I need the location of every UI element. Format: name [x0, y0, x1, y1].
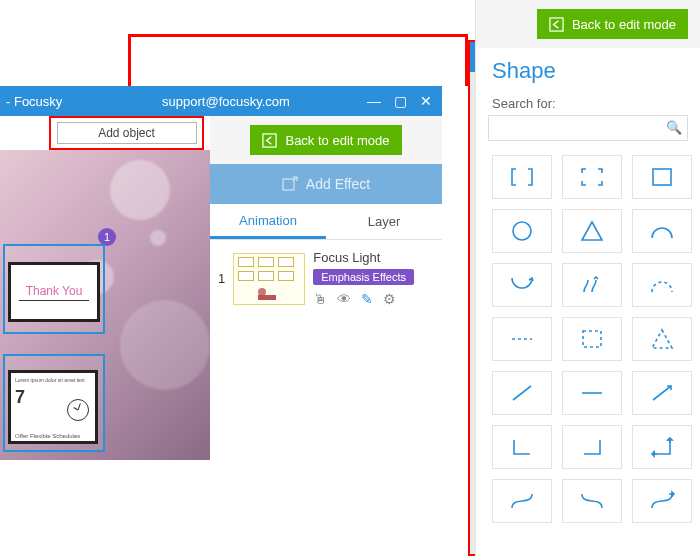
settings-icon[interactable]: ⚙	[383, 291, 396, 307]
panel-title: Shape	[476, 48, 700, 90]
shape-squiggle[interactable]	[562, 263, 622, 307]
effects-panel: Back to edit mode Add Effect Animation L…	[210, 116, 442, 317]
document-title: support@focusky.com	[90, 94, 362, 109]
shape-curve2[interactable]	[562, 479, 622, 523]
presentation-canvas[interactable]: 1 Thank You Lorem ipsum dolor sit amet t…	[0, 150, 210, 460]
shape-line[interactable]	[562, 371, 622, 415]
shape-circle[interactable]	[492, 209, 552, 253]
add-object-button[interactable]: Add object	[57, 122, 197, 144]
preview-icon[interactable]: 👁	[337, 291, 351, 307]
back-to-edit-button-top[interactable]: Back to edit mode	[537, 9, 688, 39]
svg-rect-17	[583, 331, 601, 347]
back-icon	[262, 133, 277, 148]
shape-brackets[interactable]	[492, 155, 552, 199]
shape-elbow-down[interactable]	[492, 425, 552, 469]
svg-rect-15	[653, 169, 671, 185]
clock-icon	[67, 399, 89, 421]
add-effect-label: Add Effect	[306, 176, 370, 192]
search-input[interactable]	[488, 115, 688, 141]
svg-rect-0	[263, 133, 276, 146]
shape-rectangle[interactable]	[632, 155, 692, 199]
shape-triangle[interactable]	[562, 209, 622, 253]
svg-point-16	[513, 222, 531, 240]
maximize-button[interactable]: ▢	[388, 91, 412, 111]
shape-elbow-arrows[interactable]	[632, 425, 692, 469]
animation-thumbnail	[233, 253, 305, 305]
schedule-slide[interactable]: Lorem ipsum dolor sit amet text 7 Offer …	[8, 370, 98, 444]
effect-tabs: Animation Layer	[210, 204, 442, 240]
animation-index: 1	[218, 271, 225, 286]
add-object-highlight: Add object	[49, 116, 204, 150]
shape-line-diag[interactable]	[492, 371, 552, 415]
schedule-label: Offer Flexible Schedules	[15, 433, 80, 439]
animation-row[interactable]: 1 Focus Light Emphasis Effects 🖱 👁 ✎ ⚙	[210, 240, 442, 317]
mouse-trigger-icon[interactable]: 🖱	[313, 291, 327, 307]
svg-rect-1	[283, 179, 294, 190]
animation-name: Focus Light	[313, 250, 434, 265]
shape-arc[interactable]	[632, 209, 692, 253]
back-label: Back to edit mode	[285, 133, 389, 148]
titlebar: - Focusky support@focusky.com — ▢ ✕	[0, 86, 442, 116]
add-effect-icon	[282, 176, 298, 192]
minimize-button[interactable]: —	[362, 91, 386, 111]
shape-curve1[interactable]	[492, 479, 552, 523]
back-label: Back to edit mode	[572, 17, 676, 32]
shape-triangle-dashed[interactable]	[632, 317, 692, 361]
shape-rect-dashed[interactable]	[562, 317, 622, 361]
add-effect-button[interactable]: Add Effect	[210, 164, 442, 204]
thank-you-text: Thank You	[26, 284, 83, 298]
close-button[interactable]: ✕	[414, 91, 438, 111]
tab-animation[interactable]: Animation	[210, 204, 326, 239]
thank-you-slide[interactable]: Thank You	[8, 262, 100, 322]
animation-badge: Emphasis Effects	[313, 269, 414, 285]
shape-panel: Back to edit mode Shape Search for: 🔍	[475, 0, 700, 556]
tab-layer[interactable]: Layer	[326, 204, 442, 239]
search-icon[interactable]: 🔍	[666, 120, 682, 135]
shape-line-dashed[interactable]	[492, 317, 552, 361]
shape-corners[interactable]	[562, 155, 622, 199]
popup-window: - Focusky support@focusky.com — ▢ ✕	[0, 86, 442, 116]
search-label: Search for:	[476, 90, 700, 115]
edit-anim-icon[interactable]: ✎	[361, 291, 373, 307]
shape-curve-arrow[interactable]	[632, 479, 692, 523]
shape-grid	[476, 141, 700, 523]
back-to-edit-button[interactable]: Back to edit mode	[250, 125, 401, 155]
shape-arrow-line[interactable]	[632, 371, 692, 415]
app-title: - Focusky	[0, 94, 90, 109]
shape-elbow-up[interactable]	[562, 425, 622, 469]
back-icon	[549, 17, 564, 32]
svg-rect-14	[550, 17, 563, 30]
shape-curve-down[interactable]	[492, 263, 552, 307]
shape-arc-dashed[interactable]	[632, 263, 692, 307]
annotation-bracket	[128, 34, 468, 86]
